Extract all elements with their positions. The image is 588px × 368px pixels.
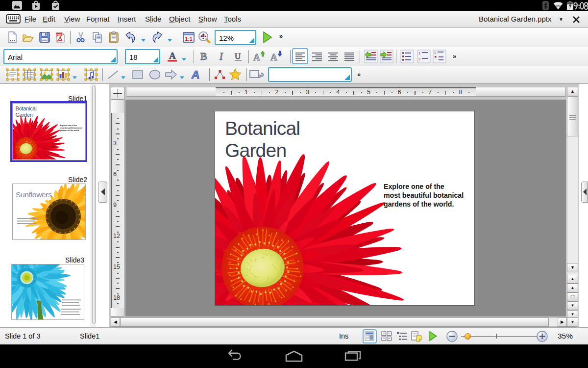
svg-text:1:1: 1:1 bbox=[185, 36, 192, 42]
svg-text:gardens of the world.: gardens of the world. bbox=[60, 129, 79, 131]
svg-text:Botanical: Botanical bbox=[225, 118, 300, 139]
svg-text:»: » bbox=[453, 53, 456, 60]
svg-text:B: B bbox=[200, 51, 207, 62]
svg-text:most beautiful botanical: most beautiful botanical bbox=[60, 126, 82, 129]
svg-text:»: » bbox=[357, 71, 361, 78]
svg-text:»: » bbox=[279, 32, 283, 40]
svg-text:PDF: PDF bbox=[56, 33, 62, 36]
svg-text:I: I bbox=[219, 51, 223, 62]
svg-text:Botanical: Botanical bbox=[15, 105, 36, 111]
svg-text:most beautiful botanical: most beautiful botanical bbox=[384, 191, 464, 199]
svg-text:A: A bbox=[169, 51, 176, 61]
svg-text:2: 2 bbox=[418, 57, 421, 61]
svg-text:Explore one of the: Explore one of the bbox=[384, 183, 444, 190]
svg-text:Explore one of the: Explore one of the bbox=[60, 124, 77, 126]
svg-text:A: A bbox=[191, 68, 201, 81]
svg-text:Garden: Garden bbox=[225, 140, 286, 161]
svg-text:U: U bbox=[235, 52, 241, 61]
svg-text:A: A bbox=[270, 52, 277, 62]
svg-text:Garden: Garden bbox=[15, 111, 32, 117]
svg-text:A: A bbox=[253, 52, 260, 62]
svg-text:1: 1 bbox=[418, 51, 421, 55]
svg-text:1: 1 bbox=[434, 51, 436, 54]
svg-text:gardens of the world.: gardens of the world. bbox=[384, 200, 454, 208]
svg-text:Sunflowers: Sunflowers bbox=[16, 190, 52, 199]
